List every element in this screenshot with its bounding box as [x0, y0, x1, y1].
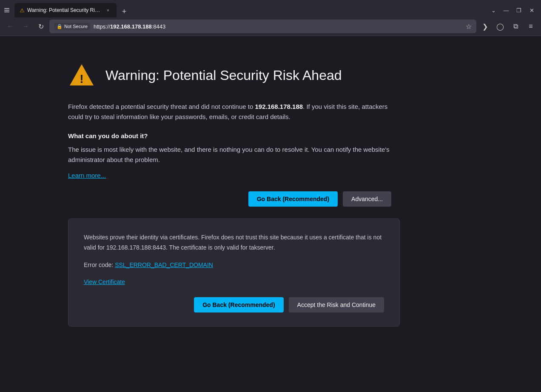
forward-button[interactable]: →	[19, 20, 32, 33]
tab-list-icon[interactable]	[3, 7, 10, 14]
address-full: https://	[94, 23, 110, 30]
lock-icon: 🔒	[57, 24, 63, 29]
tab-title: Warning: Potential Security Risk...	[27, 7, 102, 13]
advanced-section: Websites prove their identity via certif…	[68, 219, 400, 327]
page-title: Warning: Potential Security Risk Ahead	[105, 68, 342, 83]
tab-warning-icon: ⚠	[20, 7, 25, 14]
extensions-button[interactable]: ⧉	[509, 20, 522, 33]
advanced-go-back-button[interactable]: Go Back (Recommended)	[194, 297, 283, 312]
error-code-link[interactable]: SSL_ERROR_BAD_CERT_DOMAIN	[115, 261, 213, 268]
desc-ip-bold: 192.168.178.188	[255, 103, 303, 110]
view-certificate-link[interactable]: View Certificate	[84, 278, 384, 285]
svg-text:!: !	[80, 72, 83, 85]
reload-button[interactable]: ↻	[34, 20, 48, 33]
advanced-button[interactable]: Advanced...	[343, 191, 391, 207]
error-code-line: Error code: SSL_ERROR_BAD_CERT_DOMAIN	[84, 261, 384, 268]
what-to-do-heading: What can you do about it?	[68, 132, 473, 139]
pocket-button[interactable]: ❯	[478, 20, 492, 33]
warning-header: ! Warning: Potential Security Risk Ahead	[68, 62, 473, 89]
minimize-button[interactable]: —	[500, 4, 512, 16]
profile-button[interactable]: ◯	[493, 20, 507, 33]
nav-bar: ← → ↻ 🔒 Not Secure https://192.168.178.1…	[0, 17, 541, 36]
svg-rect-1	[4, 10, 9, 11]
primary-action-buttons: Go Back (Recommended) Advanced...	[68, 191, 391, 207]
warning-description: Firefox detected a potential security th…	[68, 102, 391, 122]
expand-button[interactable]: ⌄	[487, 4, 499, 16]
address-port: :8443	[152, 23, 166, 30]
browser-left-controls	[3, 7, 10, 14]
bookmark-button[interactable]: ☆	[466, 23, 472, 31]
tab-close-button[interactable]: ×	[105, 7, 111, 14]
page-content: ! Warning: Potential Security Risk Ahead…	[0, 36, 541, 392]
advanced-description: Websites prove their identity via certif…	[84, 233, 384, 253]
active-tab[interactable]: ⚠ Warning: Potential Security Risk... ×	[14, 3, 117, 17]
close-window-button[interactable]: ✕	[526, 4, 538, 16]
accept-risk-button[interactable]: Accept the Risk and Continue	[289, 297, 384, 312]
back-button[interactable]: ←	[3, 20, 17, 33]
address-text: https://192.168.178.188:8443	[94, 23, 462, 30]
new-tab-button[interactable]: +	[118, 6, 130, 17]
address-bold: 192.168.178.188	[110, 23, 152, 30]
restore-button[interactable]: ❐	[513, 4, 525, 16]
nav-right-controls: ❯ ◯ ⧉ ≡	[478, 20, 538, 33]
menu-button[interactable]: ≡	[524, 20, 538, 33]
error-code-prefix: Error code:	[84, 261, 115, 268]
learn-more-link[interactable]: Learn more...	[68, 172, 106, 179]
not-secure-badge: 🔒 Not Secure	[54, 23, 90, 30]
tab-bar: ⚠ Warning: Potential Security Risk... × …	[0, 0, 541, 17]
go-back-recommended-button[interactable]: Go Back (Recommended)	[248, 191, 338, 207]
warning-triangle-icon: !	[68, 62, 95, 89]
advanced-action-buttons: Go Back (Recommended) Accept the Risk an…	[84, 297, 384, 312]
issue-description: The issue is most likely with the websit…	[68, 145, 391, 165]
desc-text-1: Firefox detected a potential security th…	[68, 103, 255, 110]
not-secure-label: Not Secure	[64, 24, 88, 29]
window-controls: ⌄ — ❐ ✕	[487, 4, 538, 16]
browser-chrome: ⚠ Warning: Potential Security Risk... × …	[0, 0, 541, 36]
address-bar[interactable]: 🔒 Not Secure https://192.168.178.188:844…	[49, 20, 476, 33]
svg-rect-2	[4, 11, 9, 12]
svg-rect-0	[4, 8, 9, 9]
tab-container: ⚠ Warning: Potential Security Risk... × …	[14, 3, 486, 17]
